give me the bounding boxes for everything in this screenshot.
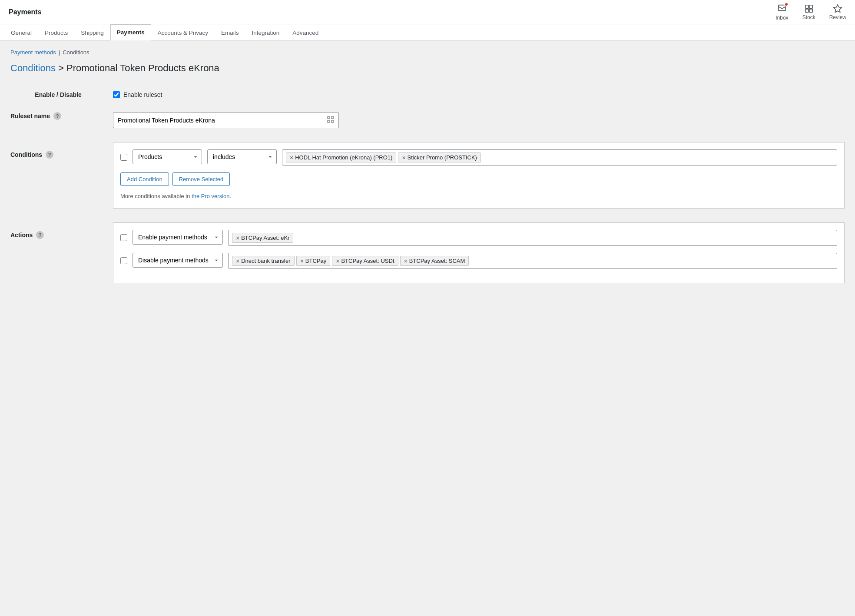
action-row-0-checkbox[interactable]: [120, 234, 127, 241]
tag-btcpay-scam-label: BTCPay Asset: SCAM: [409, 258, 465, 264]
tag-btcpay: × BTCPay: [296, 256, 331, 266]
tag-btcpay-usdt-label: BTCPay Asset: USDt: [341, 258, 394, 264]
svg-rect-8: [328, 120, 330, 123]
breadcrumb-conditions: Conditions: [63, 49, 89, 56]
review-icon: [833, 4, 842, 13]
ruleset-name-input-wrapper: [113, 112, 339, 128]
ruleset-name-row: Ruleset name ?: [10, 105, 845, 135]
inbox-icon-wrapper: [777, 3, 787, 15]
inbox-badge: [784, 2, 789, 7]
condition-type-select-0[interactable]: Products Categories Tags: [133, 149, 202, 164]
tab-integration[interactable]: Integration: [245, 25, 286, 40]
tag-direct-bank: × Direct bank transfer: [232, 256, 295, 266]
conditions-label: Conditions: [10, 151, 42, 158]
ruleset-name-label: Ruleset name: [10, 113, 50, 119]
tag-direct-bank-label: Direct bank transfer: [241, 258, 290, 264]
page-title-rest: Promotional Token Products eKrona: [66, 63, 219, 73]
svg-rect-3: [805, 9, 808, 12]
action-row-0: Enable payment methods Disable payment m…: [120, 230, 837, 246]
tag-btcpay-remove[interactable]: ×: [300, 258, 304, 264]
action-type-select-1[interactable]: Enable payment methods Disable payment m…: [133, 253, 223, 268]
actions-help-icon[interactable]: ?: [36, 231, 44, 239]
ruleset-name-help-icon[interactable]: ?: [53, 112, 61, 120]
condition-tags-0: × HODL Hat Promotion (eKrona) (PRO1) × S…: [282, 149, 837, 166]
conditions-box: Products Categories Tags includes exclud…: [113, 142, 845, 209]
tag-btcpay-scam: × BTCPay Asset: SCAM: [400, 256, 469, 266]
svg-rect-4: [809, 9, 812, 12]
condition-row-0-checkbox[interactable]: [120, 154, 127, 161]
tag-hodl-label: HODL Hat Promotion (eKrona) (PRO1): [295, 154, 392, 161]
condition-operator-select-0[interactable]: includes excludes: [207, 149, 277, 164]
tag-hodl-remove[interactable]: ×: [290, 155, 293, 161]
stock-label: Stock: [802, 14, 815, 20]
tag-ekr: × BTCPay Asset: eKr: [232, 233, 293, 243]
tab-shipping[interactable]: Shipping: [74, 25, 110, 40]
review-nav-item[interactable]: Review: [829, 4, 846, 20]
action-type-select-0[interactable]: Enable payment methods Disable payment m…: [133, 230, 223, 245]
tag-ekr-label: BTCPay Asset: eKr: [241, 235, 289, 241]
tag-ekr-remove[interactable]: ×: [236, 235, 239, 241]
actions-field: Enable payment methods Disable payment m…: [106, 215, 845, 290]
stock-icon: [804, 4, 814, 13]
ruleset-name-field: [106, 105, 845, 135]
inbox-label: Inbox: [775, 15, 788, 21]
page-title-separator: >: [58, 63, 66, 73]
stock-nav-item[interactable]: Stock: [802, 4, 815, 20]
actions-box: Enable payment methods Disable payment m…: [113, 222, 845, 283]
breadcrumb-payment-methods[interactable]: Payment methods: [10, 49, 56, 56]
action-row-1-checkbox[interactable]: [120, 257, 127, 264]
form-table: Enable / Disable Enable ruleset Ruleset …: [10, 84, 845, 290]
tab-products[interactable]: Products: [38, 25, 74, 40]
pro-text-end: .: [230, 193, 232, 199]
tag-hodl: × HODL Hat Promotion (eKrona) (PRO1): [286, 152, 396, 162]
conditions-field: Products Categories Tags includes exclud…: [106, 135, 845, 215]
conditions-label-cell: Conditions ?: [10, 135, 106, 215]
ruleset-name-input[interactable]: [118, 117, 327, 124]
actions-label: Actions: [10, 232, 33, 238]
tag-btcpay-label: BTCPay: [305, 258, 326, 264]
actions-label-cell: Actions ?: [10, 215, 106, 290]
svg-rect-6: [328, 116, 330, 119]
conditions-buttons: Add Condition Remove Selected: [120, 172, 837, 186]
breadcrumb-separator: |: [59, 49, 60, 56]
tag-btcpay-usdt-remove[interactable]: ×: [336, 258, 339, 264]
enable-ruleset-label[interactable]: Enable ruleset: [113, 91, 845, 98]
app-title: Payments: [9, 8, 42, 16]
tag-sticker-label: Sticker Promo (PROSTICK): [408, 154, 477, 161]
review-label: Review: [829, 14, 846, 20]
tab-advanced[interactable]: Advanced: [286, 25, 325, 40]
tag-btcpay-scam-remove[interactable]: ×: [404, 258, 408, 264]
action-tags-1: × Direct bank transfer × BTCPay × BTCPay…: [228, 253, 837, 269]
tag-btcpay-usdt: × BTCPay Asset: USDt: [332, 256, 398, 266]
pro-version-link[interactable]: the Pro version: [192, 193, 229, 199]
page-content: Payment methods | Conditions Conditions …: [0, 40, 855, 608]
svg-rect-9: [331, 120, 334, 123]
ruleset-name-label-cell: Ruleset name ?: [10, 105, 106, 135]
enable-ruleset-text: Enable ruleset: [123, 91, 162, 98]
svg-rect-2: [809, 5, 812, 8]
tab-general[interactable]: General: [4, 25, 38, 40]
conditions-help-icon[interactable]: ?: [46, 151, 53, 159]
condition-row-0: Products Categories Tags includes exclud…: [120, 149, 837, 166]
add-condition-button[interactable]: Add Condition: [120, 172, 169, 186]
tab-emails[interactable]: Emails: [215, 25, 245, 40]
svg-rect-1: [805, 5, 808, 8]
action-row-1: Enable payment methods Disable payment m…: [120, 253, 837, 269]
inbox-nav-item[interactable]: Inbox: [775, 3, 788, 21]
tag-direct-bank-remove[interactable]: ×: [236, 258, 239, 264]
tag-sticker-remove[interactable]: ×: [402, 155, 405, 161]
tab-payments[interactable]: Payments: [110, 24, 151, 40]
actions-row: Actions ? Enable payment methods Disable…: [10, 215, 845, 290]
nav-tabs: General Products Shipping Payments Accou…: [0, 24, 855, 40]
enable-disable-label: Enable / Disable: [10, 84, 106, 105]
tag-sticker: × Sticker Promo (PROSTICK): [398, 152, 481, 162]
svg-rect-7: [331, 116, 334, 119]
enable-disable-row: Enable / Disable Enable ruleset: [10, 84, 845, 105]
conditions-row: Conditions ? Products Categories Tags: [10, 135, 845, 215]
top-bar-icons: Inbox Stock Review: [775, 3, 846, 21]
page-title-link[interactable]: Conditions: [10, 63, 56, 73]
enable-disable-field: Enable ruleset: [106, 84, 845, 105]
remove-selected-button[interactable]: Remove Selected: [172, 172, 230, 186]
enable-ruleset-checkbox[interactable]: [113, 91, 120, 98]
tab-accounts-privacy[interactable]: Accounts & Privacy: [151, 25, 215, 40]
